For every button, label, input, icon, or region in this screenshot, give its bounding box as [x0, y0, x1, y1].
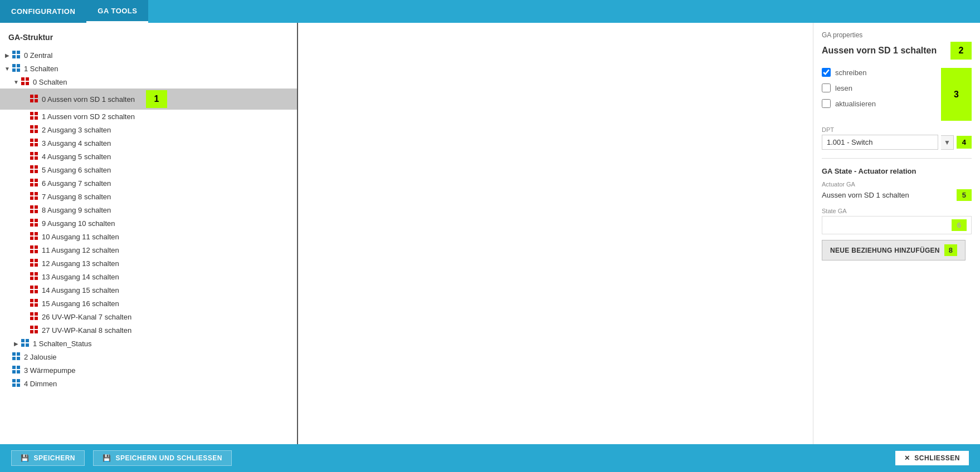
- svg-rect-10: [21, 82, 25, 85]
- tree-label-item6: 6 Ausgang 7 schalten: [42, 179, 111, 188]
- svg-rect-18: [30, 116, 33, 120]
- svg-rect-98: [12, 384, 16, 387]
- footer-left: 💾 SPEICHERN 💾 SPEICHERN UND SCHLIESSEN: [11, 450, 232, 466]
- add-relation-button[interactable]: NEUE BEZIEHUNG HINZUFÜGEN 8: [822, 240, 966, 260]
- svg-rect-76: [30, 312, 33, 316]
- svg-rect-7: [17, 68, 20, 72]
- close-x-icon: ✕: [904, 454, 910, 462]
- dpt-select[interactable]: 1.001 - Switch: [822, 135, 938, 150]
- svg-rect-14: [30, 99, 33, 102]
- svg-rect-70: [30, 290, 33, 293]
- left-panel: GA-Struktur ▶ 0 Zentral▼ 1 Schalten▼ 0 S…: [0, 23, 298, 444]
- tree-label-0schalten: 0 Schalten: [33, 78, 67, 86]
- svg-rect-11: [26, 82, 29, 85]
- actuator-ga-label: Actuator GA: [822, 181, 972, 188]
- tree-label-dimmen: 4 Dimmen: [24, 380, 57, 388]
- annotation-badge-8: 8: [944, 244, 958, 256]
- checkbox-aktualisieren-label: aktualisieren: [835, 100, 876, 108]
- tree-item-dimmen[interactable]: 4 Dimmen: [0, 377, 297, 390]
- tree-item-item10[interactable]: 10 Ausgang 11 schalten: [0, 230, 297, 243]
- tree-item-item3[interactable]: 3 Ausgang 4 schalten: [0, 136, 297, 150]
- svg-rect-47: [35, 210, 38, 213]
- tree-item-item26[interactable]: 26 UV-WP-Kanal 7 schalten: [0, 310, 297, 323]
- footer: 💾 SPEICHERN 💾 SPEICHERN UND SCHLIESSEN ✕…: [0, 444, 980, 472]
- save-label: SPEICHERN: [34, 454, 76, 462]
- svg-rect-25: [35, 139, 38, 142]
- add-relation-label: NEUE BEZIEHUNG HINZUFÜGEN: [830, 247, 940, 254]
- tree-item-item9[interactable]: 9 Ausgang 10 schalten: [0, 217, 297, 230]
- svg-rect-81: [35, 326, 38, 329]
- close-button[interactable]: ✕ SCHLIESSEN: [895, 451, 969, 465]
- svg-rect-31: [35, 156, 38, 160]
- svg-rect-49: [35, 219, 38, 222]
- tree-item-item7[interactable]: 7 Ausgang 8 schalten: [0, 190, 297, 203]
- tab-gatools[interactable]: GA TOOLS: [86, 0, 148, 23]
- svg-rect-3: [17, 55, 20, 58]
- svg-rect-13: [35, 95, 38, 98]
- tree-item-item15[interactable]: 15 Ausgang 16 schalten: [0, 297, 297, 310]
- grid-icon-item3: [30, 138, 40, 148]
- svg-rect-54: [30, 237, 33, 240]
- svg-rect-84: [21, 339, 25, 342]
- svg-rect-57: [35, 245, 38, 249]
- tree-label-item9: 9 Ausgang 10 schalten: [42, 219, 115, 228]
- svg-rect-86: [21, 343, 25, 347]
- divider: [822, 158, 972, 159]
- tree-label-schalten_status: 1 Schalten_Status: [33, 340, 92, 348]
- tree-item-item27[interactable]: 27 UV-WP-Kanal 8 schalten: [0, 323, 297, 337]
- grid-icon-item9: [30, 218, 40, 228]
- tree-item-item14[interactable]: 14 Ausgang 15 schalten: [0, 283, 297, 297]
- tree-item-zentral[interactable]: ▶ 0 Zentral: [0, 48, 297, 62]
- checkbox-lesen[interactable]: [822, 83, 831, 92]
- middle-panel: [298, 23, 813, 444]
- grid-icon-item8: [30, 205, 40, 215]
- tab-configuration[interactable]: CONFIGURATION: [0, 0, 86, 23]
- grid-icon-waermepumpe: [12, 365, 22, 375]
- checkbox-aktualisieren[interactable]: [822, 99, 831, 108]
- tree-item-0schalten[interactable]: ▼ 0 Schalten: [0, 75, 297, 88]
- tree-item-item4[interactable]: 4 Ausgang 5 schalten: [0, 150, 297, 163]
- checkbox-schreiben[interactable]: [822, 68, 831, 77]
- svg-rect-58: [30, 250, 33, 253]
- tree-label-item27: 27 UV-WP-Kanal 8 schalten: [42, 326, 131, 335]
- svg-rect-87: [26, 343, 29, 347]
- svg-rect-92: [12, 366, 16, 369]
- svg-rect-1: [17, 51, 20, 54]
- grid-icon-item26: [30, 312, 40, 322]
- tree-item-item2[interactable]: 2 Ausgang 3 schalten: [0, 123, 297, 136]
- checkbox-aktualisieren-row: aktualisieren: [822, 99, 935, 108]
- state-ga-label: State GA: [822, 208, 972, 214]
- svg-rect-42: [30, 196, 33, 200]
- svg-rect-0: [12, 51, 16, 54]
- svg-rect-93: [17, 366, 20, 369]
- tree-label-item11: 11 Ausgang 12 schalten: [42, 246, 119, 254]
- tree-item-schalten_status[interactable]: ▶ 1 Schalten_Status: [0, 337, 297, 350]
- tree-item-item6[interactable]: 6 Ausgang 7 schalten: [0, 176, 297, 190]
- checkbox-schreiben-row: schreiben: [822, 68, 935, 77]
- save-close-button[interactable]: 💾 SPEICHERN UND SCHLIESSEN: [93, 450, 232, 466]
- tree-item-item12[interactable]: 12 Ausgang 13 schalten: [0, 257, 297, 270]
- tree-item-schalten[interactable]: ▼ 1 Schalten: [0, 62, 297, 75]
- tree-label-item2: 2 Ausgang 3 schalten: [42, 126, 111, 134]
- svg-rect-36: [30, 179, 33, 182]
- tree-item-item11[interactable]: 11 Ausgang 12 schalten: [0, 243, 297, 257]
- ga-name: Aussen vorn SD 1 schalten 2: [822, 42, 972, 60]
- svg-rect-82: [30, 330, 33, 333]
- tree-item-item0[interactable]: 0 Aussen vorn SD 1 schalten1: [0, 88, 297, 110]
- svg-rect-73: [35, 299, 38, 302]
- tree-item-item8[interactable]: 8 Ausgang 9 schalten: [0, 203, 297, 217]
- grid-icon-item10: [30, 232, 40, 242]
- save-button[interactable]: 💾 SPEICHERN: [11, 450, 85, 466]
- svg-rect-68: [30, 286, 33, 289]
- tree-item-item5[interactable]: 5 Ausgang 6 schalten: [0, 163, 297, 176]
- tree-item-item13[interactable]: 13 Ausgang 14 schalten: [0, 270, 297, 283]
- svg-rect-64: [30, 272, 33, 276]
- tree-item-jalousie[interactable]: 2 Jalousie: [0, 350, 297, 363]
- close-label: SCHLIESSEN: [914, 454, 960, 462]
- tree-item-waermepumpe[interactable]: 3 Wärmepumpe: [0, 363, 297, 377]
- tree-label-item13: 13 Ausgang 14 schalten: [42, 273, 119, 281]
- tree-label-item26: 26 UV-WP-Kanal 7 schalten: [42, 313, 131, 321]
- grid-icon-item2: [30, 125, 40, 135]
- tree-item-item1[interactable]: 1 Aussen vorn SD 2 schalten: [0, 110, 297, 123]
- state-ga-section: State GA 6: [822, 208, 972, 234]
